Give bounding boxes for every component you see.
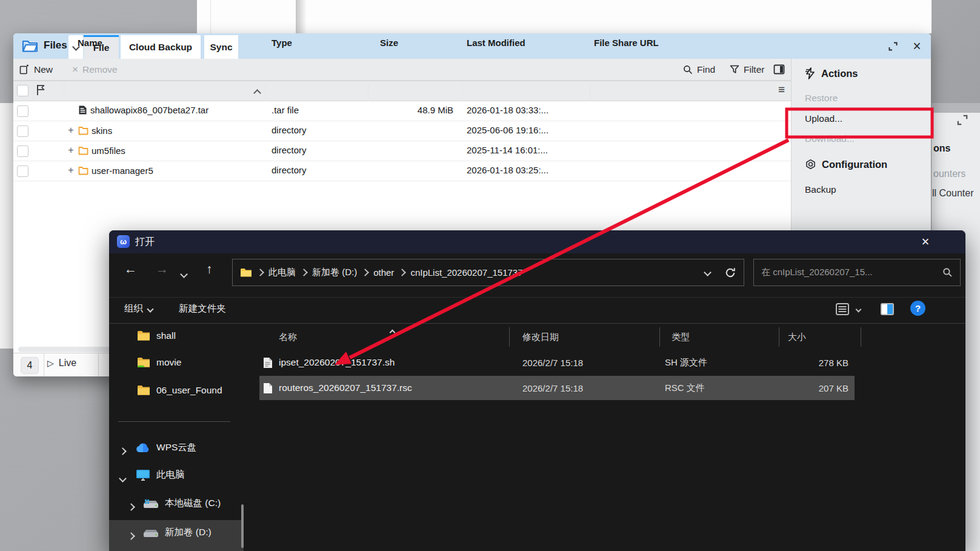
- side-panel-toggle[interactable]: [773, 59, 785, 80]
- search-input[interactable]: 在 cnIpList_20260207_15...: [753, 259, 961, 286]
- address-dropdown-icon[interactable]: [704, 269, 712, 276]
- filter-icon: [730, 65, 739, 74]
- row-checkbox[interactable]: [17, 145, 28, 157]
- chevron-right-icon: [256, 269, 264, 276]
- column-header-date[interactable]: 修改日期: [522, 332, 559, 343]
- chevron-right-icon[interactable]: [128, 530, 134, 541]
- column-header-type[interactable]: 类型: [672, 332, 690, 343]
- sidebar-item-movie[interactable]: movie: [137, 357, 181, 368]
- script-file-icon: [263, 357, 273, 369]
- refresh-icon[interactable]: [724, 267, 736, 279]
- expand-toggle[interactable]: +: [67, 145, 75, 156]
- preview-pane-button[interactable]: [880, 302, 895, 316]
- table-header: [13, 81, 791, 101]
- background-truncated-text: ounters: [933, 169, 965, 179]
- find-button[interactable]: Find: [683, 59, 715, 80]
- expand-toggle[interactable]: +: [67, 125, 75, 136]
- tab-sync[interactable]: Sync: [204, 35, 238, 59]
- file-icon: [78, 105, 87, 115]
- select-all-checkbox[interactable]: [17, 85, 28, 96]
- row-checkbox[interactable]: [17, 165, 28, 177]
- drive-c-icon: [143, 498, 159, 509]
- sidebar-scrollbar[interactable]: [241, 504, 244, 548]
- row-checkbox[interactable]: [17, 105, 28, 117]
- folder-icon: [137, 330, 150, 341]
- tab-cloud-backup[interactable]: Cloud Backup: [121, 35, 201, 59]
- new-button[interactable]: New: [19, 59, 53, 80]
- table-row[interactable]: + user-manager5 directory 2026-01-18 03:…: [13, 161, 791, 181]
- file-row-ipset[interactable]: ipset_20260207_151737.sh 2026/2/7 15:18 …: [259, 350, 855, 375]
- window-title: Files: [44, 39, 67, 52]
- search-icon: [942, 267, 953, 278]
- address-bar[interactable]: 此电脑 新加卷 (D:) other cnIpList_20260207_151…: [232, 259, 744, 286]
- table-row[interactable]: shallowapix86_007beta27.tar .tar file 48…: [13, 101, 791, 121]
- column-header-name[interactable]: 名称: [279, 332, 297, 343]
- sidebar-item-drive-d[interactable]: 新加卷 (D:): [143, 526, 212, 539]
- folder-icon: [78, 166, 88, 175]
- forward-button[interactable]: →: [156, 262, 168, 276]
- filter-button[interactable]: Filter: [730, 59, 764, 80]
- background-truncated-text: ll Counter: [932, 188, 973, 199]
- column-header-size[interactable]: Size: [380, 38, 398, 48]
- chevron-right-icon[interactable]: [128, 501, 134, 512]
- sidebar-divider: [118, 421, 230, 422]
- chevron-down-icon: [147, 306, 153, 312]
- file-row-routeros-selected[interactable]: routeros_20260207_151737.rsc 2026/2/7 15…: [259, 376, 855, 400]
- column-header-url[interactable]: File Share URL: [594, 38, 659, 48]
- breadcrumb-drive-d[interactable]: 新加卷 (D:): [312, 267, 357, 278]
- restore-menu-item[interactable]: Restore: [805, 93, 838, 104]
- background-seam: [210, 0, 211, 33]
- organize-button[interactable]: 组织: [124, 302, 153, 315]
- expand-toggle[interactable]: +: [67, 165, 75, 176]
- upload-menu-item[interactable]: Upload...: [805, 113, 842, 124]
- background-window-top: [197, 0, 932, 33]
- chevron-right-icon: [300, 269, 308, 276]
- dialog-titlebar: [109, 230, 965, 253]
- sidebar-item-06-user-found[interactable]: 06_user_Found: [137, 385, 222, 396]
- up-button[interactable]: ↑: [206, 262, 213, 276]
- column-header-modified[interactable]: Last Modified: [467, 38, 525, 48]
- chevron-down-icon[interactable]: [120, 473, 125, 484]
- list-view-icon: [835, 302, 850, 316]
- column-header-name[interactable]: Name: [78, 38, 102, 48]
- breadcrumb-other[interactable]: other: [373, 267, 394, 278]
- column-header-type[interactable]: Type: [272, 38, 292, 48]
- dialog-title: 打开: [135, 236, 155, 249]
- help-button[interactable]: ?: [910, 301, 925, 316]
- sidebar-item-wps-cloud[interactable]: WPS云盘: [136, 441, 196, 454]
- folder-sync-icon: [137, 357, 150, 368]
- recent-locations-button[interactable]: [181, 269, 187, 279]
- sidebar-item-this-pc[interactable]: 此电脑: [136, 469, 185, 481]
- column-menu-icon[interactable]: ≡: [778, 83, 785, 96]
- live-button[interactable]: ▷ Live: [47, 358, 76, 369]
- row-checkbox[interactable]: [17, 125, 28, 137]
- view-mode-button[interactable]: [835, 302, 861, 316]
- breadcrumb-this-pc[interactable]: 此电脑: [268, 267, 296, 278]
- preview-pane-icon: [880, 302, 895, 316]
- sidebar-item-shall[interactable]: shall: [137, 330, 176, 341]
- new-folder-button[interactable]: 新建文件夹: [179, 302, 226, 315]
- background-window-left: [0, 103, 13, 349]
- back-button[interactable]: ←: [124, 262, 137, 276]
- monitor-icon: [136, 469, 150, 481]
- configuration-heading: Configuration: [805, 159, 887, 170]
- close-button[interactable]: ×: [909, 38, 925, 54]
- sidebar-item-drive-c[interactable]: 本地磁盘 (C:): [143, 497, 221, 510]
- configuration-icon: [805, 159, 816, 170]
- remove-button[interactable]: × Remove: [72, 59, 118, 80]
- download-menu-item[interactable]: Download...: [805, 133, 855, 144]
- background-window-right-edge: [932, 103, 980, 113]
- breadcrumb-current-folder[interactable]: cnIpList_20260207_151737: [410, 267, 522, 278]
- chevron-right-icon[interactable]: [120, 446, 125, 456]
- table-row[interactable]: + um5files directory 2025-11-14 16:01:..…: [13, 141, 791, 161]
- files-toolbar: [13, 59, 791, 81]
- actions-heading: Actions: [805, 67, 858, 79]
- maximize-button[interactable]: [885, 38, 901, 54]
- column-header-size[interactable]: 大小: [788, 332, 806, 343]
- file-icon: [263, 382, 273, 394]
- winbox-app-icon: ω: [117, 235, 130, 248]
- dialog-close-button[interactable]: ×: [916, 233, 935, 250]
- backup-menu-item[interactable]: Backup: [805, 184, 836, 195]
- table-row[interactable]: + skins directory 2025-06-06 19:16:...: [13, 121, 791, 141]
- new-file-icon: [19, 64, 30, 75]
